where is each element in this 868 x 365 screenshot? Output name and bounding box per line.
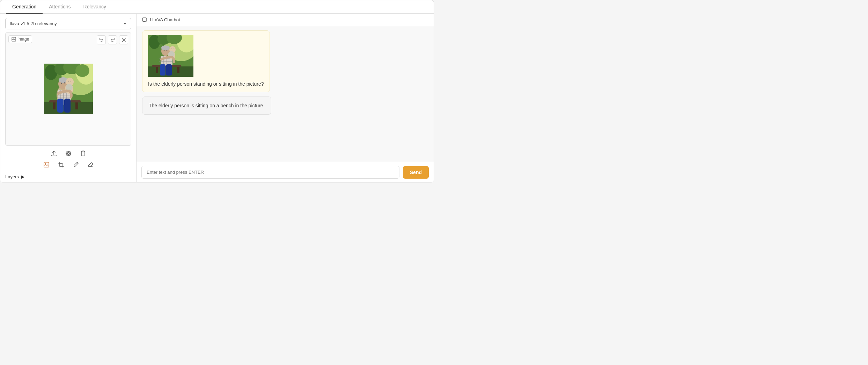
image-icon	[12, 37, 16, 42]
svg-point-68	[171, 49, 172, 49]
main-content: llava-v1.5-7b-relevancy ▼ Image	[0, 14, 434, 182]
svg-point-61	[161, 45, 170, 50]
chat-icon	[142, 17, 147, 22]
chat-input-area: Send	[137, 162, 434, 182]
svg-point-33	[67, 152, 69, 155]
svg-point-62	[164, 50, 165, 51]
right-panel: LLaVA Chatbot	[137, 14, 434, 182]
close-button[interactable]	[119, 35, 128, 44]
svg-rect-12	[75, 102, 78, 109]
target-icon	[65, 150, 72, 157]
image-label: Image	[8, 35, 32, 43]
svg-point-30	[70, 81, 71, 81]
clipboard-button[interactable]	[78, 149, 88, 158]
tabs-bar: Generation Attentions Relevancy	[0, 0, 434, 14]
user-message-1: Is the elderly person standing or sittin…	[142, 30, 270, 92]
model-value: llava-v1.5-7b-relevancy	[10, 21, 57, 26]
svg-point-63	[167, 50, 168, 51]
close-icon	[122, 38, 126, 42]
crop-button[interactable]	[56, 160, 66, 170]
chat-header-title: LLaVA Chatbot	[150, 17, 180, 22]
upload-icon	[51, 150, 57, 157]
layers-label: Layers	[5, 174, 19, 179]
svg-line-42	[76, 163, 78, 164]
model-selector[interactable]: llava-v1.5-7b-relevancy ▼	[5, 18, 131, 29]
pencil-icon	[73, 162, 79, 168]
svg-rect-53	[177, 67, 179, 73]
svg-point-23	[61, 83, 62, 84]
svg-point-24	[64, 83, 65, 84]
svg-rect-26	[64, 99, 71, 113]
chat-input[interactable]	[141, 166, 399, 179]
svg-point-1	[13, 38, 14, 39]
crop-icon	[58, 162, 64, 168]
toolbar-bottom-2	[5, 160, 131, 171]
chat-header: LLaVA Chatbot	[137, 14, 434, 26]
photo-content	[44, 64, 93, 114]
image-tool-button[interactable]	[42, 160, 51, 170]
svg-rect-65	[166, 64, 172, 76]
svg-rect-11	[53, 102, 56, 109]
tab-attentions[interactable]: Attentions	[43, 0, 77, 14]
image-area: Image	[5, 32, 131, 146]
app-container: Generation Attentions Relevancy llava-v1…	[0, 0, 434, 182]
target-button[interactable]	[64, 149, 73, 158]
svg-rect-43	[142, 18, 147, 21]
layers-bar[interactable]: Layers ▶	[0, 171, 136, 182]
user-message-text-1: Is the elderly person standing or sittin…	[148, 80, 264, 88]
undo-button[interactable]	[97, 35, 106, 44]
redo-button[interactable]	[108, 35, 117, 44]
user-message-image	[148, 35, 193, 77]
svg-point-69	[173, 49, 174, 49]
eraser-button[interactable]	[86, 160, 95, 170]
chevron-down-icon: ▼	[123, 22, 127, 26]
undo-icon	[99, 38, 104, 42]
image-tool-icon	[43, 162, 50, 168]
chat-photo	[148, 35, 193, 77]
tab-generation[interactable]: Generation	[6, 0, 43, 14]
svg-point-41	[45, 163, 46, 164]
svg-rect-64	[160, 64, 165, 76]
send-button[interactable]: Send	[403, 166, 429, 179]
eraser-icon	[87, 162, 94, 168]
upload-button[interactable]	[49, 149, 59, 158]
chat-messages: Is the elderly person standing or sittin…	[137, 26, 434, 162]
redo-icon	[110, 38, 115, 42]
assistant-message-1: The elderly person is sitting on a bench…	[142, 96, 271, 115]
tab-relevancy[interactable]: Relevancy	[77, 0, 112, 14]
clipboard-icon	[80, 150, 86, 157]
svg-point-8	[75, 64, 89, 77]
svg-rect-25	[57, 99, 64, 113]
svg-rect-0	[12, 37, 16, 41]
svg-rect-52	[156, 67, 158, 73]
assistant-message-text-1: The elderly person is sitting on a bench…	[149, 103, 265, 108]
svg-rect-39	[82, 151, 84, 152]
image-placeholder	[6, 33, 131, 145]
layers-expand-icon: ▶	[21, 174, 24, 179]
svg-point-29	[68, 81, 69, 81]
toolbar-bottom	[5, 146, 131, 160]
pencil-button[interactable]	[71, 160, 81, 170]
left-panel: llava-v1.5-7b-relevancy ▼ Image	[0, 14, 137, 182]
image-controls	[97, 35, 128, 44]
